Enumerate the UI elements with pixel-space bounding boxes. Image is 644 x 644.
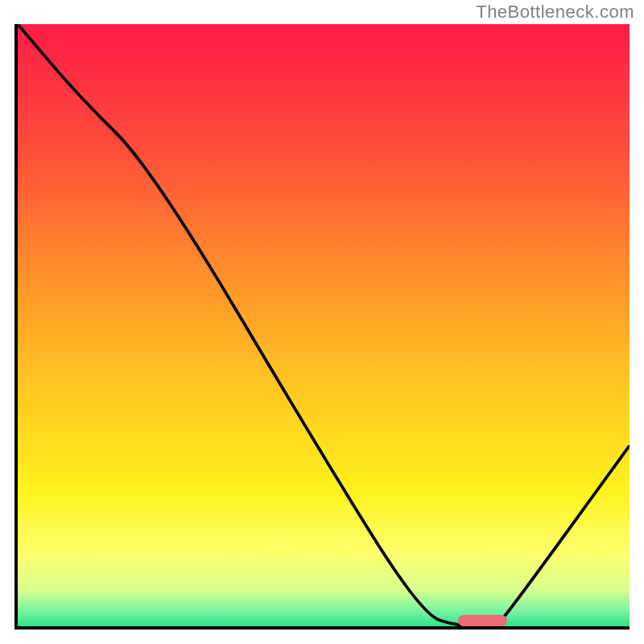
plot-area xyxy=(14,24,630,630)
bottleneck-curve xyxy=(18,24,630,626)
curve-layer xyxy=(18,24,630,626)
chart-container: TheBottleneck.com xyxy=(0,0,644,644)
optimal-zone-marker xyxy=(458,615,507,626)
watermark-text: TheBottleneck.com xyxy=(476,2,634,23)
